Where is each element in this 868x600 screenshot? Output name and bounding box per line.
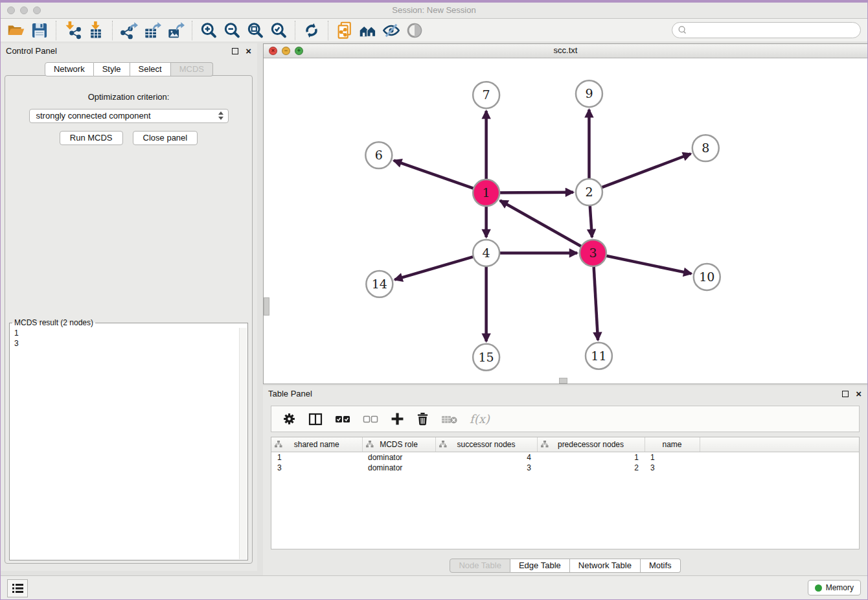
edge-2-to-8[interactable] [589,154,691,192]
table-row[interactable]: 1dominator411 [271,452,859,463]
optimization-criterion-value: strongly connected component [36,111,151,121]
table-row[interactable]: 3dominator323 [271,463,859,473]
column-header-name[interactable]: name [645,437,700,452]
refresh-view-icon[interactable] [302,21,321,40]
table-cell[interactable]: 1 [645,452,700,463]
close-window-button[interactable] [7,6,15,14]
table-cell[interactable]: 3 [435,463,537,473]
first-neighbors-icon[interactable] [358,21,378,40]
new-network-from-selection-icon[interactable] [335,21,354,40]
edge-3-to-10[interactable] [593,253,691,273]
table-panel-title: Table Panel [263,386,867,402]
edge-1-to-6[interactable] [394,161,486,193]
export-table-icon[interactable] [143,21,162,40]
result-scrollbar[interactable] [239,328,247,559]
export-network-icon[interactable] [119,21,139,40]
tab-style[interactable]: Style [94,62,130,76]
network-maximize-button[interactable]: + [295,47,303,55]
table-cell[interactable]: 2 [537,463,645,473]
graph-node-label-7: 7 [483,87,490,102]
close-panel-icon[interactable]: × [246,47,251,54]
table-cell[interactable]: dominator [362,452,435,463]
graph-node-label-11: 11 [591,349,606,363]
table-tabs: Node Table Edge Table Network Table Moti… [263,559,867,573]
import-network-icon[interactable] [63,21,82,40]
memory-button[interactable]: Memory [808,580,861,595]
task-history-button[interactable] [7,579,28,597]
export-image-icon[interactable] [166,21,185,40]
close-panel-button[interactable]: Close panel [133,131,198,145]
main-toolbar [1,19,867,42]
select-arrows-icon [218,111,223,120]
zoom-selected-icon[interactable] [269,21,288,40]
add-column-icon[interactable] [391,412,404,426]
network-canvas[interactable]: 7968124314101511 [264,58,867,384]
column-type-icon [366,441,374,448]
tab-mcds[interactable]: MCDS [171,62,213,76]
network-close-button[interactable]: × [269,47,277,55]
optimization-criterion-select[interactable]: strongly connected component [29,109,229,123]
control-panel-header: Control Panel × [1,43,257,59]
search-input[interactable] [687,25,855,36]
network-window-titlebar: × − + scc.txt [264,44,867,58]
network-minimize-button[interactable]: − [282,47,290,55]
open-session-icon[interactable] [6,21,26,40]
tab-node-table[interactable]: Node Table [450,559,510,573]
tab-network[interactable]: Network [45,62,94,76]
table-cell[interactable]: 3 [271,463,362,473]
graph-node-label-4: 4 [483,246,490,260]
tab-edge-table[interactable]: Edge Table [510,559,570,573]
column-header-successor-nodes[interactable]: successor nodes [435,437,537,452]
hide-selected-icon[interactable] [382,21,401,40]
float-panel-icon[interactable] [232,48,238,54]
table-cell[interactable]: dominator [362,463,435,473]
split-view-icon[interactable] [308,413,323,426]
table-panel-header: Table Panel × [263,386,867,402]
import-table-icon[interactable] [86,21,106,40]
tab-motifs[interactable]: Motifs [641,559,681,573]
memory-label: Memory [826,583,854,592]
zoom-out-icon[interactable] [222,21,242,40]
control-panel-title: Control Panel [1,43,257,59]
show-all-icon [405,21,424,40]
save-session-icon[interactable] [30,21,49,40]
graph-node-label-2: 2 [585,185,593,199]
graph-node-label-6: 6 [375,148,383,162]
search-box[interactable] [672,22,861,38]
graph-node-label-9: 9 [585,86,593,100]
mcds-panel-body: Optimization criterion: strongly connect… [5,75,253,564]
vertical-scroll-thumb[interactable] [264,297,269,316]
column-header-predecessor-nodes[interactable]: predecessor nodes [537,437,645,452]
column-header-filler [700,437,859,452]
run-mcds-button[interactable]: Run MCDS [60,131,123,145]
tab-network-table[interactable]: Network Table [570,559,641,573]
minimize-window-button[interactable] [20,6,28,14]
edge-3-to-1[interactable] [500,201,593,253]
delete-table-icon [441,414,457,424]
table-cell[interactable]: 1 [271,452,362,463]
tab-select[interactable]: Select [130,62,171,76]
horizontal-scroll-thumb[interactable] [559,378,567,384]
table-cell[interactable]: 3 [645,463,700,473]
float-table-panel-icon[interactable] [842,391,849,397]
delete-columns-icon[interactable] [417,412,429,426]
select-all-icon[interactable] [335,415,350,424]
workspace: Control Panel × Network Style Select MCD… [1,41,867,576]
column-header-mcds-role[interactable]: MCDS role [362,437,435,452]
zoom-in-icon[interactable] [199,21,218,40]
table-cell[interactable]: 1 [537,452,645,463]
list-icon [12,584,23,593]
deselect-all-icon[interactable] [363,415,378,424]
table-toolbar: f(x) [271,406,860,432]
window-title: Session: New Session [1,3,867,18]
zoom-fit-icon[interactable] [246,21,265,40]
table-options-gear-icon[interactable] [282,412,296,426]
column-header-shared-name[interactable]: shared name [271,437,362,452]
close-table-panel-icon[interactable]: × [856,390,862,397]
edge-4-to-14[interactable] [394,253,486,279]
table-cell[interactable]: 4 [435,452,537,463]
equation-builder-icon: f(x) [470,412,490,426]
zoom-window-button[interactable] [33,6,41,14]
toolbar-separator [295,21,295,40]
table-cell-filler [700,452,859,463]
